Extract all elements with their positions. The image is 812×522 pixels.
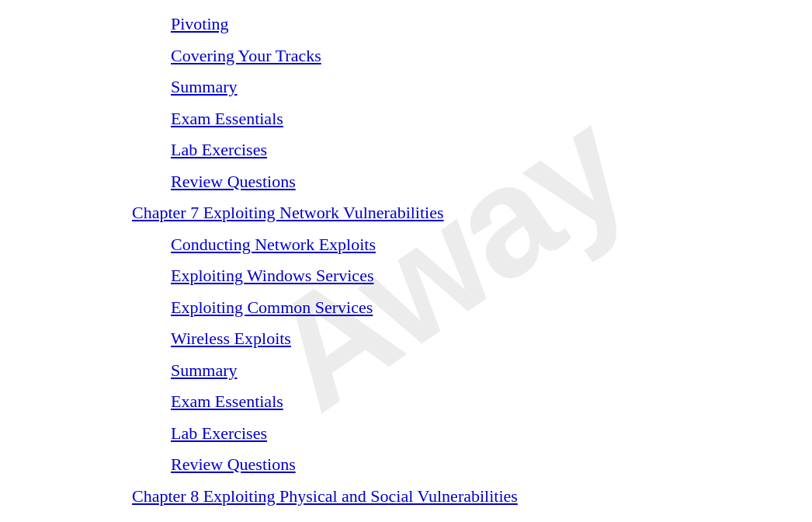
toc-entry-pivoting: Pivoting <box>16 9 812 40</box>
link-chapter-8[interactable]: Chapter 8 Exploiting Physical and Social… <box>132 482 812 512</box>
link-covering-tracks[interactable]: Covering Your Tracks <box>171 41 812 71</box>
link-exam-essentials-1[interactable]: Exam Essentials <box>171 104 812 134</box>
link-physical-facility[interactable]: Physical Facility Penetration Testing <box>171 513 422 522</box>
link-lab-exercises-1[interactable]: Lab Exercises <box>171 135 812 165</box>
toc-entry-lab-exercises-2: Lab Exercises <box>16 419 812 449</box>
toc-entry-exam-essentials-2: Exam Essentials <box>16 387 812 417</box>
link-pivoting[interactable]: Pivoting <box>171 9 812 40</box>
link-conducting-network[interactable]: Conducting Network Exploits <box>171 230 812 260</box>
toc-entry-physical-facility: Physical Facility Penetration Testing <box>16 513 812 522</box>
toc-entry-exploiting-common: Exploiting Common Services <box>16 293 812 323</box>
toc-entry-chapter-8: Chapter 8 Exploiting Physical and Social… <box>16 482 812 512</box>
link-review-questions-1[interactable]: Review Questions <box>171 167 812 197</box>
link-summary-2[interactable]: Summary <box>171 356 812 386</box>
link-lab-exercises-2[interactable]: Lab Exercises <box>171 419 812 449</box>
toc-entry-chapter-7: Chapter 7 Exploiting Network Vulnerabili… <box>16 198 812 228</box>
toc-entry-exploiting-windows: Exploiting Windows Services <box>16 261 812 291</box>
link-review-questions-2[interactable]: Review Questions <box>171 450 812 480</box>
link-exploiting-windows[interactable]: Exploiting Windows Services <box>171 261 812 291</box>
link-chapter-7[interactable]: Chapter 7 Exploiting Network Vulnerabili… <box>132 198 812 228</box>
toc-entry-review-questions-2: Review Questions <box>16 450 812 480</box>
toc-entry-conducting-network: Conducting Network Exploits <box>16 230 812 260</box>
toc-content: Pivoting Covering Your Tracks Summary Ex… <box>0 0 812 522</box>
toc-entry-exam-essentials-1: Exam Essentials <box>16 104 812 134</box>
link-wireless-exploits[interactable]: Wireless Exploits <box>171 324 812 354</box>
link-summary-1[interactable]: Summary <box>171 72 812 103</box>
link-exam-essentials-2[interactable]: Exam Essentials <box>171 387 812 417</box>
toc-entry-review-questions-1: Review Questions <box>16 167 812 197</box>
toc-entry-lab-exercises-1: Lab Exercises <box>16 135 812 165</box>
toc-entry-covering-tracks: Covering Your Tracks <box>16 41 812 71</box>
toc-entry-summary-1: Summary <box>16 72 812 103</box>
toc-list: Pivoting Covering Your Tracks Summary Ex… <box>0 9 812 522</box>
link-exploiting-common[interactable]: Exploiting Common Services <box>171 293 812 323</box>
toc-entry-summary-2: Summary <box>16 356 812 386</box>
toc-entry-wireless-exploits: Wireless Exploits <box>16 324 812 354</box>
